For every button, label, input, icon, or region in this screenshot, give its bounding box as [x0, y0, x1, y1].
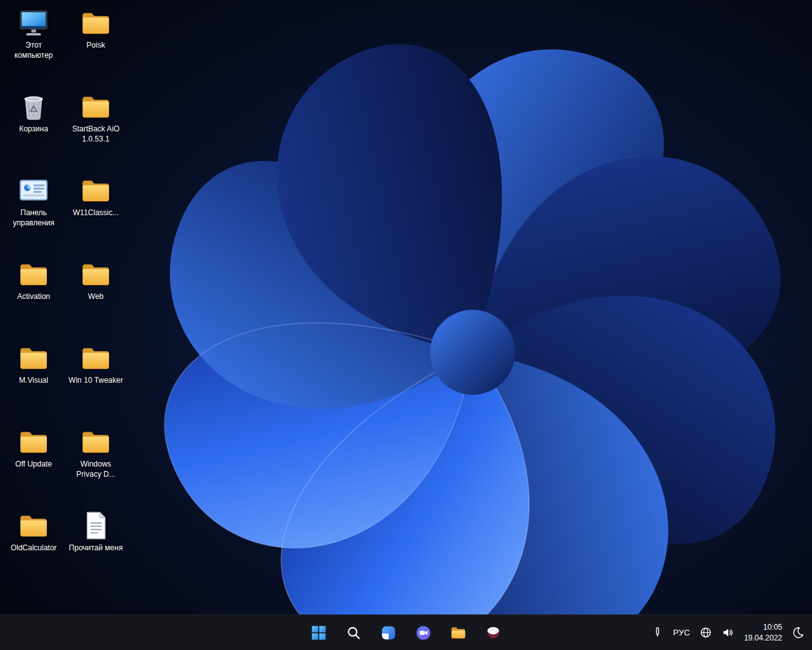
folder-icon [80, 426, 112, 458]
desktop-icon-oldcalculator[interactable]: OldCalculator [3, 507, 65, 590]
search-button[interactable] [341, 620, 367, 646]
language-indicator[interactable]: РУС [670, 620, 693, 646]
taskbar: РУС 10:05 19.04.2022 [0, 614, 812, 650]
desktop-icon-label: Web [88, 292, 103, 302]
globe-network-icon [699, 626, 712, 639]
computer-icon [18, 7, 49, 39]
desktop-icon-label: Windows Privacy D... [68, 460, 124, 479]
desktop-icon-win10-tweaker[interactable]: Win 10 Tweaker [65, 339, 127, 423]
desktop-icon-label: Панель управления [6, 208, 62, 228]
pen-icon [651, 626, 664, 639]
file-explorer-icon [450, 625, 467, 641]
clock-time: 10:05 [744, 622, 782, 632]
paint-icon [485, 625, 502, 641]
folder-icon [18, 426, 49, 458]
speaker-icon [721, 626, 735, 639]
folder-icon [80, 7, 112, 39]
folder-icon [18, 342, 49, 374]
volume-button[interactable] [718, 620, 738, 646]
clock-date: 19.04.2022 [744, 633, 782, 643]
folder-icon [80, 91, 112, 123]
windows-logo-icon [311, 625, 327, 641]
desktop-icon-windows-privacy[interactable]: Windows Privacy D... [65, 423, 127, 507]
desktop-icon-startback[interactable]: StartBack AiO 1.0.53.1 [65, 88, 127, 171]
desktop-icon-label: Win 10 Tweaker [69, 376, 123, 386]
taskbar-center [306, 620, 506, 646]
desktop-icon-label: OldCalculator [11, 543, 57, 554]
widgets-button[interactable] [376, 620, 402, 646]
desktop-icon-label: M.Visual [19, 376, 48, 386]
desktop-icon-poisk[interactable]: Poisk [65, 4, 127, 88]
desktop-icon-label: Этот компьютер [6, 41, 62, 60]
file-explorer-button[interactable] [446, 620, 471, 646]
desktop-icon-recycle-bin[interactable]: Корзина [3, 88, 65, 171]
desktop-icon-label: W11Classic... [73, 208, 119, 218]
desktop-icon-label: Poisk [86, 41, 105, 51]
desktop-icon-control-panel[interactable]: Панель управления [3, 171, 65, 255]
desktop-icon-activation[interactable]: Activation [3, 255, 65, 339]
chat-icon [416, 625, 432, 641]
search-icon [346, 625, 362, 641]
folder-icon [80, 175, 112, 206]
folder-icon [18, 510, 49, 541]
desktop-icon-label: StartBack AiO 1.0.53.1 [68, 124, 124, 144]
folder-icon [80, 342, 112, 374]
desktop-icon-off-update[interactable]: Off Update [3, 423, 65, 507]
start-button[interactable] [306, 620, 332, 646]
folder-icon [80, 258, 112, 290]
system-tray: РУС 10:05 19.04.2022 [648, 620, 808, 646]
desktop-icon-readme[interactable]: Прочитай меня [65, 507, 127, 590]
language-label: РУС [673, 628, 690, 637]
clock[interactable]: 10:05 19.04.2022 [740, 622, 786, 642]
night-mode-button[interactable] [789, 620, 808, 646]
chat-button[interactable] [411, 620, 436, 646]
network-button[interactable] [696, 620, 716, 646]
desktop-icon-grid: Этот компьютер Корзина Панель управления… [3, 4, 127, 590]
desktop-icon-label: Off Update [15, 460, 52, 470]
desktop-icon-this-pc[interactable]: Этот компьютер [3, 4, 65, 88]
pen-button[interactable] [648, 620, 667, 646]
control-panel-icon [18, 175, 49, 206]
moon-icon [792, 626, 805, 639]
desktop-icon-mvisual[interactable]: M.Visual [3, 339, 65, 423]
desktop-icon-label: Activation [17, 292, 50, 302]
text-document-icon [80, 510, 112, 541]
desktop-icon-label: Корзина [19, 124, 48, 135]
widgets-icon [381, 625, 397, 641]
paint-button[interactable] [481, 620, 506, 646]
desktop-icon-label: Прочитай меня [69, 543, 123, 554]
folder-icon [18, 258, 49, 290]
desktop-icon-web[interactable]: Web [65, 255, 127, 339]
desktop-icon-w11classic[interactable]: W11Classic... [65, 171, 127, 255]
recycle-bin-icon [18, 91, 49, 123]
